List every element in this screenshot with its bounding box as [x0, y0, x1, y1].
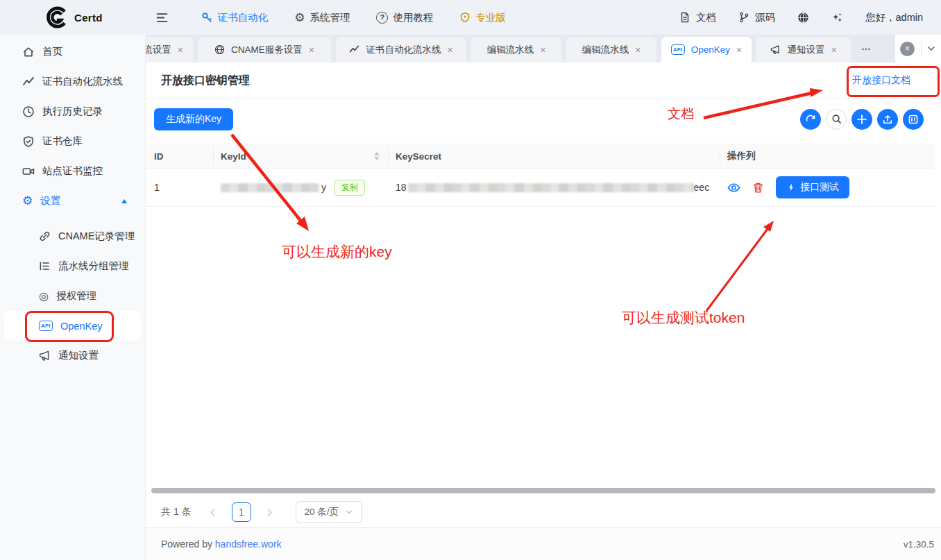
docs-link[interactable]: 文档	[668, 0, 727, 35]
sidebar-settings-group: CNAME记录管理 流水线分组管理 ◎ 授权管理 API OpenKey 通	[0, 221, 145, 371]
key-icon	[201, 12, 213, 24]
user-greeting[interactable]: 您好，admin	[854, 0, 941, 35]
column-header-keysecret: KeySecret	[389, 149, 720, 164]
secret-prefix: 18	[396, 182, 407, 193]
close-icon[interactable]: ×	[178, 45, 183, 55]
nav-label: 证书自动化	[218, 11, 269, 24]
compact-toggle-button[interactable]	[851, 109, 872, 130]
globe-icon	[797, 12, 809, 24]
redacted-keyid	[221, 183, 319, 192]
column-header-id: ID	[147, 149, 214, 164]
refresh-button[interactable]	[800, 109, 821, 130]
api-test-button[interactable]: 接口测试	[776, 176, 849, 198]
menu-collapse-icon[interactable]	[155, 11, 169, 24]
tab-more-icon[interactable]: ⋯	[861, 43, 872, 54]
open-api-doc-link[interactable]: 开放接口文档	[852, 74, 910, 87]
tab-cname-service[interactable]: CNAME服务设置 ×	[198, 37, 331, 62]
close-icon[interactable]: ×	[635, 45, 641, 55]
globe-icon	[214, 44, 225, 55]
table-row: 1 y 复制 18 eec	[147, 169, 935, 207]
api-icon: API	[39, 321, 53, 331]
tab-stream-settings[interactable]: 流设置 ×	[146, 37, 193, 62]
next-page-icon[interactable]	[261, 503, 279, 521]
source-label: 源码	[755, 11, 775, 24]
delete-icon[interactable]	[752, 182, 764, 194]
sidebar-item-settings[interactable]: ⚙ 设置	[0, 186, 145, 216]
handsfree-link[interactable]: handsfree.work	[215, 538, 282, 550]
gear-icon: ⚙	[294, 10, 305, 25]
generate-key-button[interactable]: 生成新的Key	[154, 108, 233, 130]
toolbar: 生成新的Key	[146, 99, 941, 139]
tab-label: 编辑流水线	[487, 44, 534, 56]
api-test-label: 接口测试	[800, 181, 839, 194]
sidebar-item-cname-records[interactable]: CNAME记录管理	[0, 221, 145, 251]
bolt-icon	[786, 183, 796, 192]
column-header-keyid[interactable]: KeyId	[214, 149, 389, 164]
nav-pro-edition[interactable]: 专业版	[446, 0, 519, 35]
version-label: v1.30.5	[904, 539, 934, 550]
megaphone-icon	[39, 350, 51, 362]
sidebar-item-openkey[interactable]: API OpenKey	[4, 311, 141, 341]
close-all-tabs-icon[interactable]: ×	[900, 42, 915, 56]
source-code-link[interactable]: 源码	[727, 0, 786, 35]
close-icon[interactable]: ×	[309, 45, 314, 55]
search-button[interactable]	[826, 109, 847, 130]
export-button[interactable]	[877, 109, 898, 130]
language-switch[interactable]	[786, 0, 820, 35]
sidebar-item-site-monitor[interactable]: 站点证书监控	[0, 156, 145, 186]
prev-page-icon[interactable]	[204, 503, 222, 521]
secret-suffix: eec	[694, 182, 710, 193]
divider	[921, 41, 922, 56]
tab-cert-pipelines[interactable]: 证书自动化流水线 ×	[336, 37, 466, 62]
close-icon[interactable]: ×	[540, 45, 545, 55]
redacted-keysecret	[408, 183, 694, 192]
sidebar-item-pipeline-groups[interactable]: 流水线分组管理	[0, 251, 145, 281]
cert-store-icon	[22, 135, 35, 148]
sidebar-item-home[interactable]: 首页	[0, 37, 145, 67]
sidebar-item-notification-settings[interactable]: 通知设置	[0, 341, 145, 371]
sidebar-label: 站点证书监控	[42, 164, 103, 178]
view-icon[interactable]	[727, 181, 740, 194]
chevron-up-icon	[121, 199, 127, 203]
close-icon[interactable]: ×	[736, 45, 742, 55]
page-title: 开放接口密钥管理	[161, 74, 250, 88]
tab-edit-pipeline-1[interactable]: 编辑流水线 ×	[471, 37, 561, 62]
sidebar-item-pipelines[interactable]: 证书自动化流水线	[0, 67, 145, 96]
openkey-table: ID KeyId KeySecret 操作列 1 y 复制	[147, 144, 935, 207]
sidebar-label: OpenKey	[60, 321, 102, 332]
sparkles-icon	[831, 12, 843, 24]
tab-corner-actions: ×	[895, 35, 941, 62]
api-icon: API	[671, 44, 685, 55]
brand-logo[interactable]: Certd	[44, 6, 103, 29]
page-number[interactable]: 1	[232, 502, 251, 522]
link-icon	[39, 230, 51, 242]
tab-edit-pipeline-2[interactable]: 编辑流水线 ×	[566, 37, 656, 62]
chevron-down-icon[interactable]	[926, 44, 936, 53]
close-icon[interactable]: ×	[447, 45, 452, 55]
sidebar-label: 首页	[42, 45, 62, 58]
ai-assistant[interactable]	[820, 0, 854, 35]
sidebar-item-cert-store[interactable]: 证书仓库	[0, 126, 145, 156]
page-size-select[interactable]: 20 条/页	[296, 501, 363, 523]
nav-tutorial[interactable]: ? 使用教程	[363, 0, 446, 35]
tab-notification-settings[interactable]: 通知设置 ×	[756, 37, 851, 62]
close-icon[interactable]: ×	[831, 45, 836, 55]
tab-openkey[interactable]: API OpenKey ×	[661, 37, 752, 62]
nav-label: 专业版	[475, 11, 506, 24]
column-settings-button[interactable]	[903, 109, 924, 130]
brand-name: Certd	[74, 12, 103, 24]
scrollbar-thumb[interactable]	[151, 488, 935, 493]
copy-button[interactable]: 复制	[334, 180, 365, 196]
certd-logo-icon	[44, 6, 68, 29]
sort-icon[interactable]	[374, 152, 380, 160]
table-header: ID KeyId KeySecret 操作列	[147, 144, 935, 169]
nav-system-settings[interactable]: ⚙ 系统管理	[281, 0, 363, 35]
horizontal-scrollbar[interactable]	[151, 488, 935, 493]
sidebar-label: 设置	[40, 194, 60, 207]
pagination: 共 1 条 1 20 条/页	[146, 497, 941, 527]
sidebar-label: 证书自动化流水线	[42, 75, 123, 88]
sidebar-item-history[interactable]: 执行历史记录	[0, 96, 145, 126]
tab-label: 通知设置	[787, 44, 824, 56]
sidebar-item-auth-management[interactable]: ◎ 授权管理	[0, 281, 145, 311]
nav-cert-automation[interactable]: 证书自动化	[188, 0, 282, 35]
